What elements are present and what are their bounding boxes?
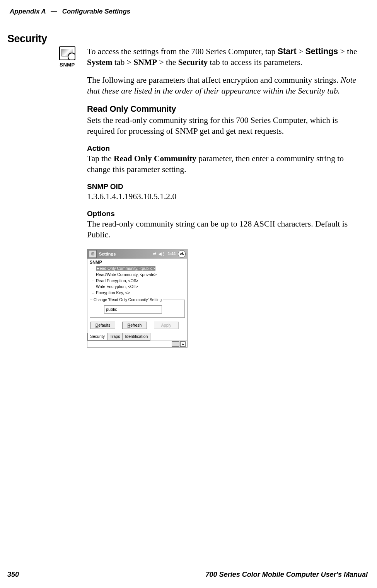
button-row: Defaults Refresh Apply xyxy=(87,319,187,330)
tree-item-encryption-key[interactable]: Encryption Key, <> xyxy=(92,290,185,296)
device-screenshot: ⊞ Settings ⇄ ◀⋮ 1:44 ok SNMP Read Only C… xyxy=(87,249,188,348)
heading-read-only-community: Read Only Community xyxy=(87,104,363,115)
tree-item-read-write-community[interactable]: Read/Write Community, <private> xyxy=(92,272,185,278)
apply-button: Apply xyxy=(154,322,179,329)
action-body: Tap the Read Only Community parameter, t… xyxy=(87,153,363,175)
group-title: Change 'Read Only Community' Setting xyxy=(92,297,163,302)
snmp-icon-block: SNMP xyxy=(58,46,77,68)
running-footer: 350 700 Series Color Mobile Computer Use… xyxy=(7,571,368,579)
defaults-button[interactable]: Defaults xyxy=(90,322,115,329)
oid-value: 1.3.6.1.4.1.1963.10.5.1.2.0 xyxy=(87,191,363,202)
tab-security[interactable]: Security xyxy=(87,333,107,341)
tree-item-read-encryption[interactable]: Read Encryption, <Off> xyxy=(92,278,185,284)
start-icon[interactable]: ⊞ xyxy=(89,250,97,258)
tab-identification[interactable]: Identification xyxy=(122,333,150,341)
tab-traps[interactable]: Traps xyxy=(107,333,123,341)
community-input[interactable]: public xyxy=(104,305,162,313)
sip-up-icon[interactable]: ▴ xyxy=(180,341,186,347)
roc-body: Sets the read-only community string for … xyxy=(87,115,363,137)
keyboard-icon[interactable] xyxy=(172,341,179,347)
section-heading-security: Security xyxy=(7,33,47,45)
header-dash: — xyxy=(48,8,60,15)
header-title: Configurable Settings xyxy=(62,8,131,15)
heading-options: Options xyxy=(87,209,363,219)
window-title: Settings xyxy=(99,251,153,257)
ui-snmp: SNMP xyxy=(133,58,157,67)
snmp-icon-label: SNMP xyxy=(58,62,77,68)
change-setting-group: Change 'Read Only Community' Setting pub… xyxy=(90,300,185,317)
tab-bar: Security Traps Identification xyxy=(87,333,187,341)
page-number: 350 xyxy=(7,571,19,579)
connectivity-icon: ⇄ xyxy=(153,251,156,256)
refresh-rest: efresh xyxy=(130,323,142,327)
tree-item-read-only-community[interactable]: Read Only Community, <public> xyxy=(92,266,185,272)
param-read-only-community: Read Only Community xyxy=(114,154,196,163)
settings-tree: Read Only Community, <public> Read/Write… xyxy=(87,265,187,298)
titlebar: ⊞ Settings ⇄ ◀⋮ 1:44 ok xyxy=(87,249,187,259)
sip-bar: ▴ xyxy=(87,341,187,347)
page: Appendix A — Configurable Settings Secur… xyxy=(0,0,377,588)
system-tray: ⇄ ◀⋮ 1:44 ok xyxy=(153,250,186,258)
speaker-icon: ◀⋮ xyxy=(159,251,165,256)
content-column: To access the settings from the 700 Seri… xyxy=(87,46,363,348)
ui-start: Start xyxy=(278,47,297,56)
app-title: SNMP xyxy=(87,259,187,265)
ui-settings: Settings xyxy=(305,47,338,56)
appendix-label: Appendix A xyxy=(10,8,46,15)
intro-paragraph-2: The following are parameters that affect… xyxy=(87,75,363,97)
snmp-icon xyxy=(59,46,75,60)
intro-paragraph-1: To access the settings from the 700 Seri… xyxy=(87,46,363,68)
clock: 1:44 xyxy=(168,251,176,256)
running-header: Appendix A — Configurable Settings xyxy=(10,8,367,15)
manual-title: 700 Series Color Mobile Computer User's … xyxy=(206,571,368,579)
tree-item-write-encryption[interactable]: Write Encryption, <Off> xyxy=(92,284,185,290)
ui-system-tab: System xyxy=(87,58,113,67)
options-body: The read-only community string can be up… xyxy=(87,219,363,240)
refresh-button[interactable]: Refresh xyxy=(122,322,147,329)
ok-button[interactable]: ok xyxy=(178,250,186,258)
defaults-rest: efaults xyxy=(98,323,110,327)
heading-snmp-oid: SNMP OID xyxy=(87,182,363,192)
ui-security-tab: Security xyxy=(178,58,208,67)
heading-action: Action xyxy=(87,144,363,153)
